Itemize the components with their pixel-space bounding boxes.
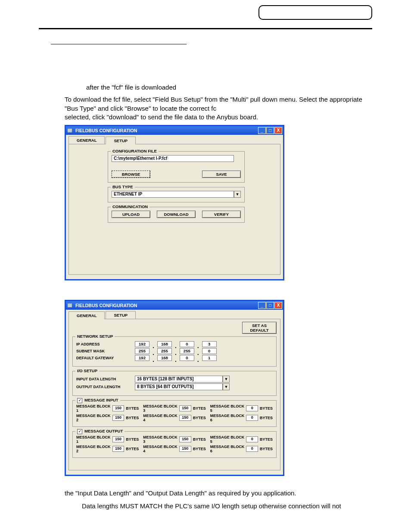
set-default-button[interactable]: SET AS DEFAULT [242, 322, 277, 334]
input-length-label: INPUT DATA LENGTH [76, 377, 132, 381]
group-message-output: ✓MESSAGE OUTPUT MESSAGE BLOCK 1150BYTES … [72, 431, 277, 458]
fieldbus-window-general: FIELDBUS CONFIGURATION _ □ X GENERAL SET… [65, 300, 284, 476]
msg-block-label: MESSAGE BLOCK 4 [143, 414, 177, 422]
group-legend: ✓MESSAGE OUTPUT [75, 429, 125, 434]
minimize-button[interactable]: _ [258, 127, 266, 134]
tab-setup[interactable]: SETUP [106, 311, 136, 319]
body-text: To download the fcf file, select "Field … [65, 95, 372, 121]
msg-block-value[interactable]: 150 [179, 415, 191, 421]
group-legend: COMMUNICATION [111, 204, 149, 209]
maximize-button[interactable]: □ [266, 302, 274, 309]
msg-block-label: MESSAGE BLOCK 2 [76, 445, 111, 453]
group-config-file: CONFIGURATION FILE C:\mytemp\Ethernet I-… [108, 151, 245, 183]
group-bus-type: BUS TYPE ETHERNET IP ▼ [108, 187, 245, 202]
app-icon [68, 128, 73, 133]
section-underline [51, 43, 187, 44]
subnet-octet[interactable]: 255 [157, 348, 172, 354]
output-length-label: OUTPUT DATA LENGTH [76, 385, 132, 389]
ip-octet[interactable]: 192 [135, 341, 149, 347]
tab-general[interactable]: GENERAL [68, 136, 105, 144]
close-button[interactable]: X [274, 127, 282, 134]
msg-block-value[interactable]: 150 [179, 405, 191, 411]
group-legend: CONFIGURATION FILE [111, 149, 159, 153]
group-network-setup: NETWORK SETUP IP ADDRESS 192. 168. 0. 3 … [72, 336, 277, 367]
msg-block-value[interactable]: 0 [246, 415, 258, 421]
save-button[interactable]: SAVE [202, 171, 241, 178]
group-legend: NETWORK SETUP [75, 334, 115, 339]
group-message-input: ✓MESSAGE INPUT MESSAGE BLOCK 1150BYTES M… [72, 400, 277, 427]
title-bar[interactable]: FIELDBUS CONFIGURATION _ □ X [66, 301, 283, 310]
msg-block-label: MESSAGE BLOCK 6 [210, 445, 245, 453]
gateway-octet[interactable]: 1 [202, 355, 217, 361]
msg-block-label: MESSAGE BLOCK 5 [210, 435, 245, 444]
msg-block-label: MESSAGE BLOCK 2 [76, 414, 111, 422]
horizontal-rule [39, 28, 372, 29]
subnet-octet[interactable]: 0 [202, 348, 217, 354]
subnet-octet[interactable]: 255 [180, 348, 194, 354]
group-legend: ✓MESSAGE INPUT [75, 398, 120, 403]
msg-block-value[interactable]: 150 [179, 436, 191, 442]
subnet-octet[interactable]: 255 [135, 348, 149, 354]
config-path-input[interactable]: C:\mytemp\Ethernet I-P.fcf [112, 155, 234, 162]
msg-block-label: MESSAGE BLOCK 3 [143, 404, 177, 413]
group-communication: COMMUNICATION UPLOAD DOWNLOAD VERIFY [108, 207, 245, 223]
ip-octet[interactable]: 168 [157, 341, 172, 347]
window-title: FIELDBUS CONFIGURATION [75, 303, 137, 308]
msg-block-value[interactable]: 0 [246, 446, 258, 452]
ip-octet[interactable]: 3 [202, 341, 217, 347]
msg-block-value[interactable]: 150 [179, 446, 191, 452]
msg-block-value[interactable]: 150 [112, 405, 125, 411]
chevron-down-icon[interactable]: ▼ [234, 191, 241, 198]
msg-block-label: MESSAGE BLOCK 1 [76, 404, 111, 413]
msg-block-value[interactable]: 150 [112, 436, 125, 442]
maximize-button[interactable]: □ [266, 127, 274, 134]
minimize-button[interactable]: _ [258, 302, 266, 309]
tab-setup[interactable]: SETUP [106, 137, 136, 144]
msg-block-value[interactable]: 0 [246, 436, 258, 442]
header-box [258, 5, 372, 20]
input-length-select[interactable]: 16 BYTES [128 BIT INPUTS] ▼ [135, 376, 230, 383]
group-legend: I/O SETUP [75, 368, 99, 373]
fieldbus-window-setup: FIELDBUS CONFIGURATION _ □ X GENERAL SET… [65, 125, 284, 280]
window-title: FIELDBUS CONFIGURATION [75, 128, 137, 133]
msg-block-value[interactable]: 150 [112, 415, 125, 421]
bustype-select[interactable]: ETHERNET IP ▼ [112, 191, 241, 198]
msg-block-value[interactable]: 0 [246, 405, 258, 411]
close-button[interactable]: X [274, 302, 282, 309]
group-legend: BUS TYPE [111, 184, 135, 189]
msg-input-checkbox[interactable]: ✓ [77, 398, 82, 403]
upload-button[interactable]: UPLOAD [112, 211, 150, 218]
gateway-label: DEFAULT GATEWAY [76, 356, 132, 360]
gateway-octet[interactable]: 168 [157, 355, 172, 361]
msg-block-value[interactable]: 150 [112, 446, 125, 452]
gateway-octet[interactable]: 0 [180, 355, 194, 361]
title-bar[interactable]: FIELDBUS CONFIGURATION _ □ X [66, 126, 283, 135]
gateway-octet[interactable]: 192 [135, 355, 149, 361]
body-text: Data lengths MUST MATCH the PLC's same I… [82, 502, 372, 510]
app-icon [68, 303, 73, 308]
group-io-setup: I/O SETUP INPUT DATA LENGTH 16 BYTES [12… [72, 371, 277, 396]
msg-block-label: MESSAGE BLOCK 6 [210, 414, 245, 422]
output-length-select[interactable]: 8 BYTES [64 BIT OUTPUTS] ▼ [135, 383, 230, 390]
body-text: after the "fcf" file is downloaded [86, 83, 372, 92]
chevron-down-icon[interactable]: ▼ [223, 376, 230, 383]
msg-block-label: MESSAGE BLOCK 1 [76, 435, 111, 444]
body-text: the "Input Data Length" and "Output Data… [65, 489, 372, 498]
msg-block-label: MESSAGE BLOCK 4 [143, 445, 177, 453]
chevron-down-icon[interactable]: ▼ [223, 383, 230, 390]
ip-octet[interactable]: 0 [180, 341, 194, 347]
msg-output-checkbox[interactable]: ✓ [77, 429, 82, 434]
subnet-label: SUBNET MASK [76, 349, 132, 353]
browse-button[interactable]: BROWSE [112, 171, 150, 178]
download-button[interactable]: DOWNLOAD [157, 211, 196, 218]
msg-block-label: MESSAGE BLOCK 5 [210, 404, 245, 413]
ip-label: IP ADDRESS [76, 342, 132, 346]
verify-button[interactable]: VERIFY [202, 211, 241, 218]
msg-block-label: MESSAGE BLOCK 3 [143, 435, 177, 444]
tab-general[interactable]: GENERAL [68, 311, 105, 319]
